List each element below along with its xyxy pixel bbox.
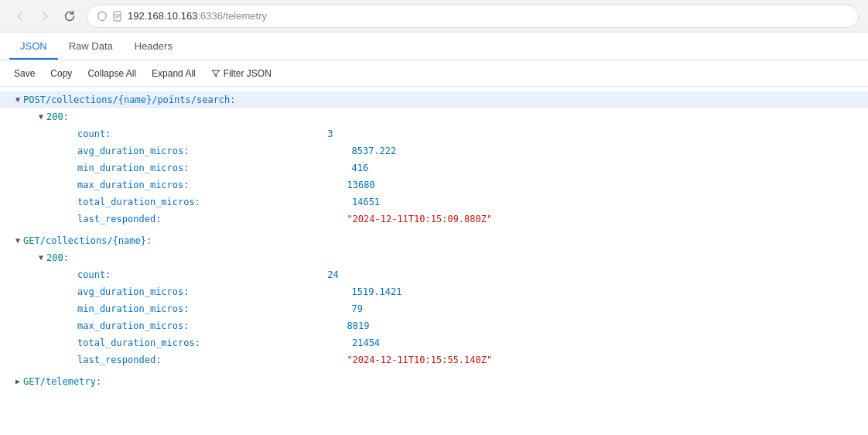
address-bar[interactable]: 192.168.10.163:6336/telemetry xyxy=(87,5,859,28)
field-get-total-key: total_duration_micros: xyxy=(77,335,200,351)
section-1-toggle[interactable] xyxy=(12,94,23,105)
section-1-status-header: 200: xyxy=(0,108,868,125)
field-post-count: count: 3 xyxy=(0,125,868,142)
field-post-max: max_duration_micros: 13680 xyxy=(0,176,868,194)
section-1-status-code: 200: xyxy=(46,109,69,125)
section-2-header: GET /collections/{name}: xyxy=(0,232,868,249)
tab-headers[interactable]: Headers xyxy=(124,34,183,60)
section-2-status-toggle[interactable] xyxy=(36,252,46,263)
url-display: 192.168.10.163:6336/telemetry xyxy=(128,10,267,22)
forward-button[interactable] xyxy=(34,5,56,27)
copy-button[interactable]: Copy xyxy=(44,66,78,81)
field-get-avg-key: avg_duration_micros: xyxy=(77,284,190,300)
field-post-count-key: count: xyxy=(77,126,111,142)
url-host: 192.168.10.163 xyxy=(128,10,197,22)
field-post-max-key: max_duration_micros: xyxy=(77,177,190,193)
field-get-total: total_duration_micros: 21454 xyxy=(0,334,868,351)
field-get-avg: avg_duration_micros: 1519.1421 xyxy=(0,283,868,300)
toolbar: Save Copy Collapse All Expand All Filter… xyxy=(0,60,868,87)
collapse-all-button[interactable]: Collapse All xyxy=(81,66,142,81)
field-get-max: max_duration_micros: 8819 xyxy=(0,317,868,334)
save-button[interactable]: Save xyxy=(8,66,41,81)
field-post-last-key: last_responded: xyxy=(77,211,161,227)
field-get-last-value: "2024-12-11T10:15:55.140Z" xyxy=(347,352,492,368)
section-2-status-code: 200: xyxy=(46,250,69,265)
url-port-path: :6336/telemetry xyxy=(197,10,267,22)
field-post-min-key: min_duration_micros: xyxy=(77,160,190,176)
security-icon xyxy=(97,11,108,22)
field-post-total: total_duration_micros: 14651 xyxy=(0,194,868,211)
section-2-status-header: 200: xyxy=(0,249,868,266)
section-3-header: GET /telemetry: xyxy=(0,373,868,390)
field-post-count-value: 3 xyxy=(327,126,333,142)
field-post-min-value: 416 xyxy=(352,160,369,176)
field-get-min: min_duration_micros: 79 xyxy=(0,300,868,317)
section-1-path: /collections/{name}/points/search: xyxy=(46,92,236,108)
file-icon xyxy=(112,11,123,22)
section-3-toggle[interactable] xyxy=(12,376,23,387)
field-get-total-value: 21454 xyxy=(352,335,380,351)
expand-all-button[interactable]: Expand All xyxy=(145,66,202,81)
field-get-count: count: 24 xyxy=(0,266,868,283)
tab-raw-data[interactable]: Raw Data xyxy=(58,34,124,60)
field-post-avg-key: avg_duration_micros: xyxy=(77,143,190,159)
field-get-last-key: last_responded: xyxy=(77,352,161,368)
field-post-total-key: total_duration_micros: xyxy=(77,194,200,210)
refresh-button[interactable] xyxy=(59,5,80,27)
section-3-method: GET xyxy=(23,374,40,389)
field-get-min-value: 79 xyxy=(352,301,363,317)
section-1-method: POST xyxy=(23,92,46,108)
field-post-avg: avg_duration_micros: 8537.222 xyxy=(0,142,868,159)
section-3-path: /telemetry: xyxy=(40,374,101,389)
field-get-min-key: min_duration_micros: xyxy=(77,301,190,317)
field-get-count-value: 24 xyxy=(327,267,338,283)
field-post-last: last_responded: "2024-12-11T10:15:09.880… xyxy=(0,211,868,228)
field-post-last-value: "2024-12-11T10:15:09.880Z" xyxy=(347,211,492,227)
back-button[interactable] xyxy=(9,5,31,27)
section-2-path: /collections/{name}: xyxy=(40,233,152,248)
json-content: POST /collections/{name}/points/search: … xyxy=(0,87,868,435)
tab-json[interactable]: JSON xyxy=(9,34,58,60)
field-get-max-value: 8819 xyxy=(347,318,370,334)
section-2-toggle[interactable] xyxy=(12,235,23,246)
field-post-total-value: 14651 xyxy=(352,194,380,210)
filter-json-button[interactable]: Filter JSON xyxy=(205,66,278,81)
field-get-max-key: max_duration_micros: xyxy=(77,318,190,334)
field-get-count-key: count: xyxy=(77,267,111,283)
nav-buttons xyxy=(9,5,80,27)
section-1-status-toggle[interactable] xyxy=(36,111,46,122)
field-get-last: last_responded: "2024-12-11T10:15:55.140… xyxy=(0,351,868,368)
section-2-method: GET xyxy=(23,233,40,248)
field-post-avg-value: 8537.222 xyxy=(352,143,397,159)
tab-bar: JSON Raw Data Headers xyxy=(0,33,868,60)
browser-chrome: 192.168.10.163:6336/telemetry xyxy=(0,0,868,33)
section-1-header: POST /collections/{name}/points/search: xyxy=(0,91,868,108)
field-post-min: min_duration_micros: 416 xyxy=(0,159,868,176)
field-get-avg-value: 1519.1421 xyxy=(352,284,402,300)
filter-icon xyxy=(211,69,220,78)
filter-label: Filter JSON xyxy=(224,68,272,79)
field-post-max-value: 13680 xyxy=(347,177,375,193)
